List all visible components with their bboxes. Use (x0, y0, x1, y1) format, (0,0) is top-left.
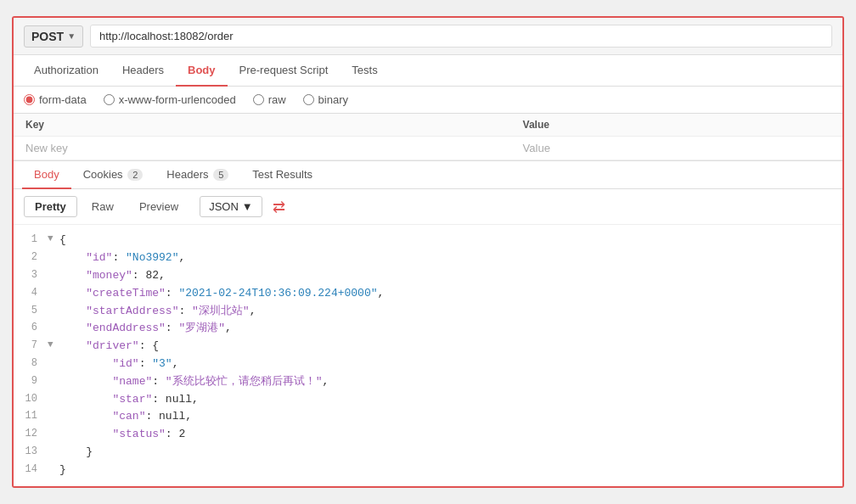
option-raw[interactable]: raw (253, 93, 286, 106)
code-line-9: 9 "name": "系统比较忙，请您稍后再试！", (14, 373, 842, 391)
code-line-7: 7 ▼ "driver": { (14, 338, 842, 356)
response-tab-headers[interactable]: Headers 5 (155, 161, 240, 189)
option-binary[interactable]: binary (303, 93, 348, 106)
option-urlencoded[interactable]: x-www-form-urlencoded (104, 93, 236, 106)
tab-headers[interactable]: Headers (110, 55, 176, 87)
headers-badge: 5 (213, 169, 228, 181)
pretty-btn[interactable]: Pretty (24, 196, 77, 217)
raw-label: raw (268, 93, 286, 106)
viewer-toolbar: Pretty Raw Preview JSON ▼ ⇄ (14, 189, 842, 225)
body-options: form-data x-www-form-urlencoded raw bina… (14, 87, 842, 114)
main-container: POST ▼ Authorization Headers Body Pre-re… (12, 16, 844, 487)
option-form-data[interactable]: form-data (24, 93, 87, 106)
code-line-10: 10 "star": null, (14, 391, 842, 409)
method-selector[interactable]: POST ▼ (24, 25, 83, 48)
tab-authorization[interactable]: Authorization (22, 55, 110, 87)
wrap-icon[interactable]: ⇄ (273, 198, 285, 216)
format-label: JSON (209, 200, 239, 213)
raw-btn[interactable]: Raw (81, 196, 125, 217)
top-bar: POST ▼ (14, 18, 842, 55)
url-input[interactable] (90, 25, 832, 48)
response-viewer: Pretty Raw Preview JSON ▼ ⇄ 1 ▼ { 2 "id"… (14, 189, 842, 485)
new-key-cell: New key (14, 137, 511, 160)
method-chevron-icon: ▼ (67, 31, 76, 41)
request-tabs: Authorization Headers Body Pre-request S… (14, 55, 842, 87)
response-tab-cookies[interactable]: Cookies 2 (71, 161, 155, 189)
radio-raw[interactable] (253, 94, 264, 105)
code-line-5: 5 "startAddress": "深圳北站", (14, 303, 842, 321)
code-line-4: 4 "createTime": "2021-02-24T10:36:09.224… (14, 285, 842, 303)
tab-prerequest[interactable]: Pre-request Script (228, 55, 341, 87)
code-line-2: 2 "id": "No3992", (14, 249, 842, 267)
kv-table: Key Value New key Value (14, 114, 842, 160)
urlencoded-label: x-www-form-urlencoded (119, 93, 236, 106)
code-block: 1 ▼ { 2 "id": "No3992", 3 "money": 82, 4 (14, 225, 842, 485)
cookies-badge: 2 (127, 169, 143, 181)
code-line-13: 13 } (14, 444, 842, 462)
code-line-14: 14 } (14, 462, 842, 479)
code-line-3: 3 "money": 82, (14, 267, 842, 285)
response-tabs: Body Cookies 2 Headers 5 Test Results (14, 160, 842, 189)
preview-btn[interactable]: Preview (128, 196, 189, 217)
code-line-1: 1 ▼ { (14, 232, 842, 249)
response-tab-body[interactable]: Body (22, 161, 71, 189)
new-value-cell: Value (511, 137, 842, 160)
value-header: Value (511, 114, 842, 137)
code-line-12: 12 "status": 2 (14, 426, 842, 444)
table-row: New key Value (14, 137, 842, 160)
radio-binary[interactable] (303, 94, 314, 105)
method-label: POST (31, 30, 64, 43)
code-line-8: 8 "id": "3", (14, 356, 842, 373)
radio-form-data[interactable] (24, 94, 35, 105)
form-data-label: form-data (39, 93, 87, 106)
binary-label: binary (318, 93, 348, 106)
format-selector[interactable]: JSON ▼ (200, 196, 262, 217)
code-line-11: 11 "can": null, (14, 408, 842, 426)
tab-tests[interactable]: Tests (340, 55, 389, 87)
radio-urlencoded[interactable] (104, 94, 115, 105)
format-chevron-icon: ▼ (242, 200, 253, 213)
key-header: Key (14, 114, 511, 137)
response-tab-test-results[interactable]: Test Results (240, 161, 324, 189)
tab-body[interactable]: Body (176, 55, 228, 87)
code-line-6: 6 "endAddress": "罗湖港", (14, 320, 842, 338)
